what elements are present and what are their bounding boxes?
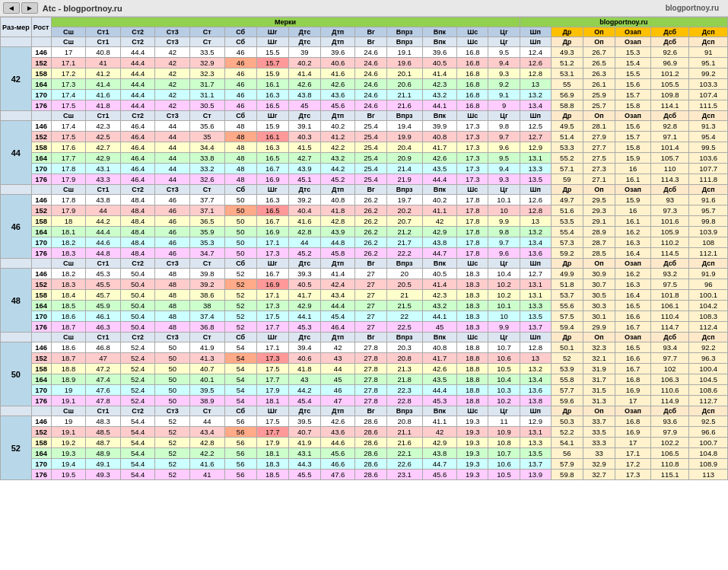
data-cell: 48.3 (86, 416, 121, 427)
subheader-rost-label (31, 259, 51, 269)
data-cell: 9.8 (488, 121, 520, 132)
data-cell: 42.6 (288, 79, 320, 90)
table-row: 17618.746.350.44836.85217.745.346.42722.… (1, 322, 728, 333)
data-cell: 10.5 (488, 364, 520, 374)
data-cell: 44.4 (120, 58, 155, 68)
data-cell: 18.7 (51, 353, 86, 364)
subheader-col-3: Ст3 (155, 333, 190, 342)
data-cell: 13.2 (520, 90, 551, 100)
data-cell: 13.1 (520, 279, 551, 290)
data-cell: 106.1 (650, 301, 688, 311)
data-cell: 54.4 (120, 470, 155, 480)
data-cell: 57.7 (551, 385, 583, 396)
data-cell: 40.5 (422, 269, 457, 279)
data-cell: 19.5 (51, 470, 86, 480)
data-cell: 44.4 (86, 227, 121, 237)
data-cell: 17.9 (256, 385, 288, 396)
data-cell: 12.9 (520, 142, 551, 153)
data-cell: 40.8 (320, 195, 355, 205)
subheader-col-1: Ст1 (86, 37, 121, 47)
data-cell: 42.6 (320, 416, 355, 427)
data-cell: 57.3 (551, 237, 583, 248)
data-cell: 22.3 (386, 385, 422, 396)
data-cell: 46 (224, 79, 256, 90)
data-cell: 44.2 (288, 385, 320, 396)
data-cell: 20.6 (386, 79, 422, 90)
data-cell: 108.9 (689, 459, 728, 470)
data-cell: 16.6 (615, 311, 650, 322)
data-cell: 54 (224, 353, 256, 364)
data-cell: 35 (190, 132, 225, 142)
data-cell: 18.5 (256, 470, 288, 480)
data-cell: 44.2 (320, 164, 355, 174)
subheader-col-6: Шг (256, 185, 288, 195)
data-cell: 41.5 (288, 142, 320, 153)
data-cell: 16.8 (457, 100, 488, 111)
subheader-col-13: Цг (488, 37, 520, 47)
data-cell: 48.4 (120, 248, 155, 259)
data-cell: 41.2 (320, 132, 355, 142)
subheader-col-17: Озап (615, 37, 650, 47)
data-cell: 18.3 (457, 311, 488, 322)
subheader-col-7: Дтс (288, 37, 320, 47)
back-button[interactable]: ◄ (3, 2, 20, 14)
data-cell: 99.5 (689, 142, 728, 153)
data-cell: 44.6 (320, 438, 355, 448)
data-cell: 42.9 (422, 438, 457, 448)
subheader-col-18: Дсб (650, 333, 688, 342)
data-cell: 26.7 (583, 47, 615, 58)
data-cell: 43.5 (422, 374, 457, 385)
data-cell: 48 (224, 174, 256, 185)
data-cell: 111.8 (689, 174, 728, 185)
data-cell: 112.4 (689, 322, 728, 333)
data-cell: 16.2 (615, 269, 650, 279)
data-cell: 42.3 (422, 79, 457, 90)
data-cell: 32.9 (190, 58, 225, 68)
table-row: 521461948.354.452445617.539.542.628.620.… (1, 416, 728, 427)
data-cell: 44.4 (120, 79, 155, 90)
data-cell: 27 (355, 279, 386, 290)
data-cell: 114.9 (650, 396, 688, 406)
rost-cell: 152 (31, 132, 51, 142)
data-cell: 21.9 (386, 174, 422, 185)
data-cell: 44 (320, 364, 355, 374)
data-cell: 31.7 (583, 374, 615, 385)
data-cell: 19.7 (386, 195, 422, 205)
subheader-row: СшСт1Ст2Ст3СтСбШгДтсДтпВгВпрзВпкШсЦгШпДр… (1, 185, 728, 195)
size-cell: 44 (1, 121, 32, 185)
subheader-size-label (1, 406, 32, 416)
data-cell: 17.1 (615, 448, 650, 459)
data-cell: 50 (224, 205, 256, 216)
data-cell: 45.6 (320, 100, 355, 111)
table-row: 1581844.248.44636.55016.741.642.826.220.… (1, 216, 728, 227)
data-cell: 56 (224, 427, 256, 438)
data-cell: 43.8 (86, 195, 121, 205)
forward-button[interactable]: ► (21, 2, 38, 14)
data-cell: 16.2 (615, 227, 650, 237)
subheader-col-1: Ст1 (86, 406, 121, 416)
data-cell: 50 (155, 385, 190, 396)
data-cell: 45.5 (86, 279, 121, 290)
data-cell: 44 (86, 205, 121, 216)
data-cell: 48.4 (120, 227, 155, 237)
data-cell: 39.2 (288, 195, 320, 205)
data-cell: 10.2 (488, 396, 520, 406)
data-cell: 18.3 (457, 301, 488, 311)
data-cell: 18.9 (51, 374, 86, 385)
data-cell: 13.2 (520, 227, 551, 237)
subheader-col-5: Сб (224, 259, 256, 269)
subheader-col-0: Сш (51, 37, 86, 47)
data-cell: 22.5 (386, 322, 422, 333)
data-cell: 42 (155, 90, 190, 100)
data-cell: 44.4 (120, 100, 155, 111)
data-cell: 16.5 (256, 100, 288, 111)
data-cell: 103.3 (689, 79, 728, 90)
data-cell: 29.5 (583, 195, 615, 205)
data-cell: 107.4 (689, 90, 728, 100)
data-cell: 17.7 (256, 427, 288, 438)
data-cell: 9 (488, 100, 520, 111)
data-cell: 59 (551, 174, 583, 185)
data-cell: 93.6 (650, 416, 688, 427)
data-cell: 54.4 (120, 427, 155, 438)
rost-cell: 170 (31, 90, 51, 100)
